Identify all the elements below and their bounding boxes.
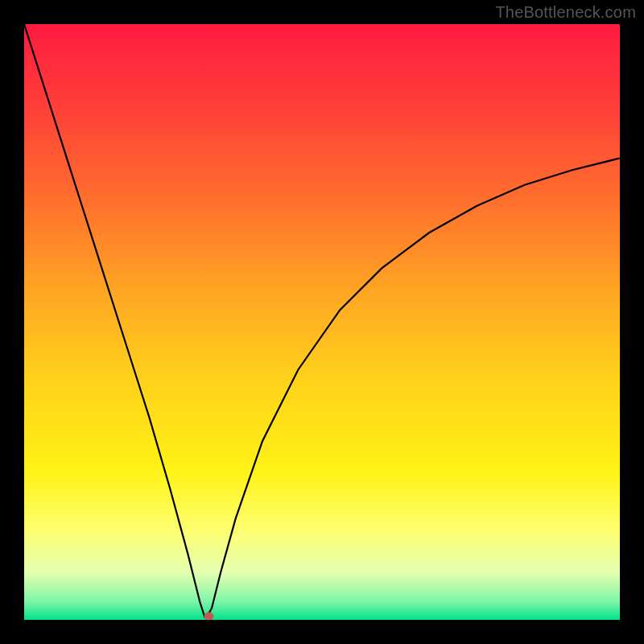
bottleneck-chart: [0, 0, 644, 644]
gradient-background: [24, 24, 620, 620]
optimal-marker: [204, 613, 213, 621]
chart-stage: TheBottleneck.com: [0, 0, 644, 644]
